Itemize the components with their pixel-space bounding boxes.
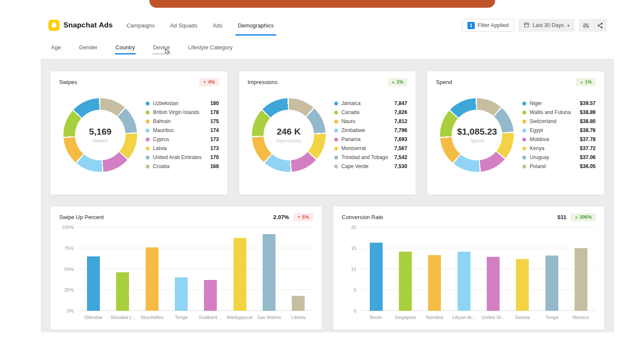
bar[interactable] (204, 280, 217, 311)
bar-column (420, 227, 449, 311)
bar-column (537, 227, 566, 311)
change-badge: ▼4% (199, 78, 219, 86)
bar[interactable] (516, 259, 529, 311)
bar[interactable] (292, 296, 305, 311)
tab-age[interactable]: Age (51, 36, 61, 59)
legend-item[interactable]: Bahrain175 (146, 118, 219, 124)
legend-dot (334, 129, 338, 132)
nav-demographics[interactable]: Demographics (238, 15, 274, 36)
bar[interactable] (116, 272, 129, 311)
legend-label: Montserrat (341, 145, 391, 151)
app-header: Snapchat Ads Campaigns Ad Squads Ads Dem… (41, 15, 614, 36)
bar[interactable] (458, 252, 470, 311)
share-button[interactable] (593, 19, 607, 32)
columns-settings-button[interactable] (579, 19, 593, 32)
tab-lifestyle-category[interactable]: Lifestyle Category (188, 36, 233, 59)
legend-item[interactable]: United Arab Emirates170 (146, 154, 219, 160)
bar-cards-row: Swipe Up Percent 2.07% ▼5% 0%25%50%75%10… (50, 206, 605, 330)
donut-center: 246 K Impressions (264, 110, 314, 160)
legend-dot (522, 147, 526, 150)
legend-label: Canada (341, 109, 391, 115)
legend-item[interactable]: British Virgin Islands178 (146, 109, 219, 115)
badge-label: 5% (303, 215, 309, 220)
bar[interactable] (87, 256, 100, 311)
legend-value: 7,567 (394, 145, 407, 151)
legend-dot (146, 120, 150, 123)
card-title: Conversion Rate (342, 214, 383, 220)
legend-label: Nauru (341, 118, 391, 124)
trend-arrow-icon: ▼ (297, 216, 301, 219)
legend-item[interactable]: Cyprus173 (146, 136, 219, 142)
date-range-button[interactable]: Last 30 Days ▾ (518, 19, 575, 32)
legend-item[interactable]: Montserrat7,567 (334, 145, 407, 151)
swipes-donut-chart[interactable]: 5,169 Swipes (63, 98, 137, 172)
legend-value: 170 (210, 154, 219, 160)
tab-gender[interactable]: Gender (79, 36, 97, 59)
impressions-donut-chart[interactable]: 246 K Impressions (252, 98, 326, 172)
bar[interactable] (575, 248, 587, 311)
legend-dot (522, 156, 526, 159)
filter-applied-button[interactable]: 1 Filter Applied (462, 19, 514, 32)
tab-country[interactable]: Country (116, 36, 135, 59)
bar[interactable] (175, 277, 188, 311)
nav-campaigns[interactable]: Campaigns (126, 15, 155, 36)
legend-item[interactable]: Niger$39.57 (522, 100, 596, 106)
x-axis-label: Namibia (420, 315, 449, 320)
legend-item[interactable]: Switzerland$38.80 (522, 118, 596, 124)
nav-ads[interactable]: Ads (213, 15, 222, 36)
spend-donut-chart[interactable]: $1,085.23 Spend (440, 98, 514, 172)
legend-dot (146, 138, 150, 141)
legend-item[interactable]: Latvia173 (146, 145, 219, 151)
bar-column (167, 227, 196, 311)
bar[interactable] (146, 247, 159, 311)
legend-item[interactable]: Wallis and Futuna$38.89 (522, 109, 596, 115)
legend-item[interactable]: Mauritius174 (146, 127, 219, 133)
legend-item[interactable]: Uruguay$37.06 (522, 154, 596, 160)
legend-item[interactable]: Panama7,693 (334, 136, 407, 142)
donut-metric-label: Swipes (93, 138, 108, 143)
legend-value: 175 (210, 118, 219, 124)
legend-item[interactable]: Moldova$37.78 (522, 136, 596, 142)
legend-label: Switzerland (530, 118, 576, 124)
legend-item[interactable]: Uzbekistan180 (146, 100, 219, 106)
legend-item[interactable]: Zimbabwe7,796 (334, 127, 407, 133)
legend-item[interactable]: Jamaica7,847 (334, 100, 407, 106)
bar[interactable] (263, 234, 276, 311)
donut-center: 5,169 Swipes (75, 110, 126, 160)
legend: Jamaica7,847Canada7,826Nauru7,812Zimbabw… (334, 97, 407, 172)
legend-value: $38.89 (580, 109, 596, 115)
bar[interactable] (487, 257, 500, 311)
legend-label: Panama (341, 136, 391, 142)
legend-value: $37.06 (580, 154, 596, 160)
bar[interactable] (545, 256, 558, 311)
bar[interactable] (234, 238, 246, 311)
x-axis-label: Liberia (284, 315, 313, 320)
legend-label: Poland (530, 163, 576, 169)
bar[interactable] (370, 243, 383, 311)
brand[interactable]: Snapchat Ads (48, 20, 113, 31)
nav-ad-squads[interactable]: Ad Squads (170, 15, 198, 36)
legend-item[interactable]: Canada7,826 (334, 109, 407, 115)
change-badge: ▲1% (388, 78, 407, 86)
change-badge: ▼5% (294, 213, 313, 221)
bar[interactable] (399, 252, 412, 311)
x-axis-label: Benin (362, 315, 391, 320)
demographics-tabs: Age Gender Country Device Lifestyle Cate… (41, 36, 614, 59)
legend-item[interactable]: Poland$36.05 (522, 163, 596, 169)
x-axis-labels: BeninSingaporeNamibiaLibyan Ar...United … (362, 315, 596, 320)
trend-arrow-icon: ▲ (575, 216, 578, 219)
bar[interactable] (428, 255, 441, 311)
legend-item[interactable]: Croatia168 (146, 163, 219, 169)
tab-device[interactable]: Device (153, 36, 170, 59)
legend-value: $38.76 (580, 127, 596, 133)
legend-item[interactable]: Kenya$37.72 (522, 145, 596, 151)
x-axis-labels: GibraltarSlovakia (...SeychellesTongaSva… (79, 315, 313, 320)
legend-item[interactable]: Trinidad and Tobago7,542 (334, 154, 407, 160)
bars (79, 227, 313, 311)
legend-item[interactable]: Cape Verde7,530 (334, 163, 407, 169)
legend-item[interactable]: Egypt$38.76 (522, 127, 596, 133)
date-range-label: Last 30 Days (533, 22, 564, 28)
legend-item[interactable]: Nauru7,812 (334, 118, 407, 124)
trend-arrow-icon: ▲ (580, 81, 583, 84)
bar-column (284, 227, 313, 311)
